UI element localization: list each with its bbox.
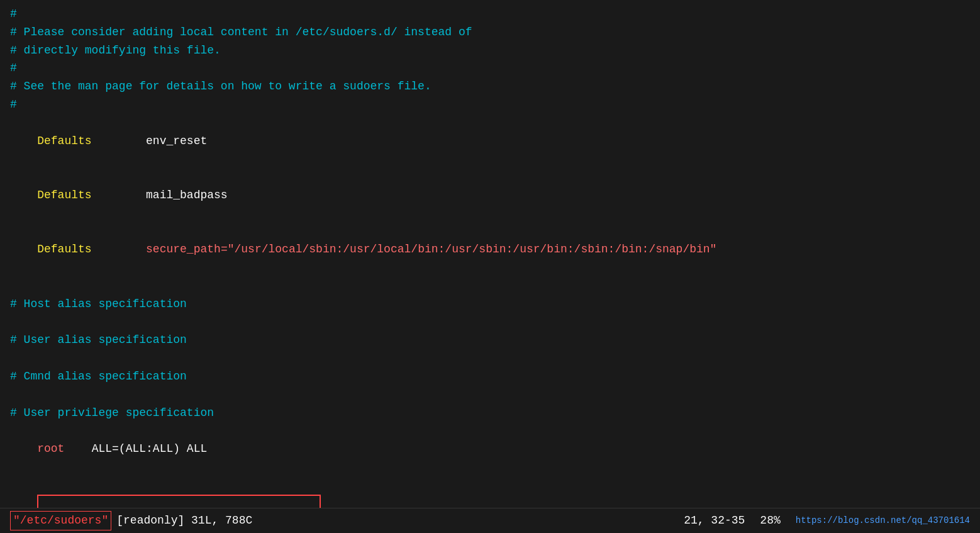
status-right: 21, 32-35 28% https://blog.csdn.net/qq_4…	[684, 512, 970, 530]
status-filename: "/etc/sudoers"	[10, 511, 111, 530]
scroll-percent: 28%	[760, 512, 780, 530]
line-cmnd-alias: # Cmnd alias specification	[10, 367, 970, 386]
line-5: # See the man page for details on how to…	[10, 77, 970, 96]
line-user-priv: # User privilege specification	[10, 404, 970, 422]
line-2: # Please consider adding local content i…	[10, 23, 970, 42]
line-root: root ALL=(ALL:ALL) ALL	[10, 422, 970, 476]
watermark: https://blog.csdn.net/qq_43701614	[796, 513, 970, 527]
status-left: "/etc/sudoers" [readonly] 31L, 788C	[10, 511, 252, 530]
line-empty-4	[10, 386, 970, 404]
line-host-alias: # Host alias specification	[10, 295, 970, 313]
line-6: #	[10, 96, 970, 114]
line-1: #	[10, 5, 970, 23]
line-user-alias: # User alias specification	[10, 331, 970, 349]
line-empty-1	[10, 277, 970, 295]
line-defaults-3: Defaults secure_path="/usr/local/sbin:/u…	[10, 223, 970, 277]
status-bar: "/etc/sudoers" [readonly] 31L, 788C 21, …	[0, 508, 980, 533]
editor-area: # # Please consider adding local content…	[0, 0, 980, 533]
line-4: #	[10, 59, 970, 77]
line-defaults-1: Defaults env_reset	[10, 114, 970, 168]
cursor-position: 21, 32-35	[684, 512, 745, 530]
line-empty-2	[10, 313, 970, 332]
status-info: [readonly] 31L, 788C	[116, 512, 252, 530]
line-empty-3	[10, 349, 970, 367]
line-defaults-2: Defaults mail_badpass	[10, 168, 970, 222]
line-3: # directly modifying this file.	[10, 42, 970, 60]
